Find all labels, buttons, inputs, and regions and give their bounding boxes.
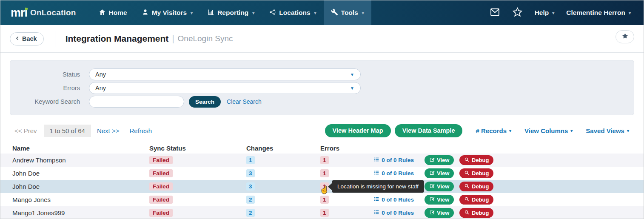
nav-locations[interactable]: Locations ▾ [262, 0, 323, 25]
title-bar: Back Integration Management | OneLogin S… [0, 25, 644, 53]
row-name: Mango1 Jones999 [12, 209, 149, 216]
errors-badge[interactable]: 1 [320, 169, 329, 177]
list-icon [373, 209, 379, 216]
messages-button[interactable] [490, 7, 500, 19]
view-button[interactable]: View [425, 168, 454, 178]
edit-icon [429, 183, 435, 190]
nav-item-label: My Visitors [152, 9, 187, 17]
search-button[interactable]: Search [189, 96, 221, 108]
chevron-down-icon: ▾ [627, 128, 629, 133]
errors-badge[interactable]: 1 [320, 156, 329, 164]
user-menu[interactable]: Clementine Herron ▾ [566, 9, 631, 17]
edit-icon [429, 196, 435, 203]
person-icon [142, 9, 149, 17]
changes-badge[interactable]: 2 [246, 196, 255, 204]
sync-status-badge: Failed [149, 156, 173, 164]
sync-status-badge: Failed [149, 169, 173, 177]
star-outline-icon [512, 7, 523, 19]
help-label: Help [535, 9, 549, 17]
errors-badge[interactable]: 1 [320, 182, 329, 191]
changes-badge[interactable]: 1 [246, 156, 255, 164]
help-menu[interactable]: Help ▾ [535, 9, 555, 17]
errors-select-value: Any [95, 85, 106, 91]
nav-tools[interactable]: Tools ▾ [324, 0, 371, 25]
chevron-down-icon: ▾ [509, 128, 511, 133]
row-name: Mango Jones [12, 196, 149, 203]
chevron-down-icon: ▾ [362, 11, 364, 15]
sync-status-badge: Failed [149, 196, 173, 204]
records-dropdown[interactable]: # Records ▾ [476, 127, 511, 134]
favorite-page-button[interactable] [616, 30, 634, 43]
list-icon [373, 196, 379, 203]
table-row-hovered: John Doe Failed 3 1 0 of 0 Rules View De… [0, 180, 644, 193]
debug-button[interactable]: Debug [459, 195, 493, 205]
nav-reporting[interactable]: Reporting ▾ [200, 0, 262, 25]
row-name: Andrew Thompson [12, 156, 149, 164]
prev-page-button[interactable]: << Prev [14, 127, 37, 134]
status-select[interactable]: Any ▼ [89, 68, 361, 80]
error-tooltip: Location is missing for new staff [332, 180, 424, 193]
view-columns-label: View Columns [524, 127, 568, 134]
view-button[interactable]: View [425, 155, 454, 165]
table-row: John Doe Failed 3 1 0 of 0 Rules View De… [0, 167, 644, 180]
select-caret-icon: ▼ [350, 72, 354, 77]
magnifier-icon [464, 183, 470, 190]
rules-link[interactable]: 0 of 0 Rules [367, 170, 419, 177]
debug-button[interactable]: Debug [459, 168, 493, 178]
view-button[interactable]: View [425, 208, 454, 218]
col-header-errors: Errors [320, 145, 367, 152]
rules-link[interactable]: 0 of 0 Rules [367, 196, 419, 203]
list-icon [373, 170, 379, 177]
view-data-sample-button[interactable]: View Data Sample [395, 124, 463, 137]
rules-link[interactable]: 0 of 0 Rules [367, 209, 419, 216]
keyword-search-input[interactable] [89, 96, 184, 108]
nav-item-label: Tools [341, 9, 358, 17]
errors-select[interactable]: Any ▼ [89, 82, 361, 94]
next-page-button[interactable]: Next >> [97, 127, 120, 134]
col-header-sync-status: Sync Status [149, 145, 246, 152]
rules-link[interactable]: 0 of 0 Rules [367, 156, 419, 164]
col-header-name: Name [12, 145, 149, 152]
chevron-down-icon: ▾ [552, 11, 554, 15]
view-button[interactable]: View [425, 182, 454, 191]
saved-views-dropdown[interactable]: Saved Views ▾ [586, 127, 629, 134]
changes-badge[interactable]: 3 [246, 169, 255, 177]
envelope-icon [490, 7, 500, 19]
table-header-row: Name Sync Status Changes Errors [0, 142, 644, 154]
edit-icon [429, 157, 435, 164]
top-nav: mri OnLocation Home My Visitors ▾ Report… [0, 0, 644, 25]
view-header-map-button[interactable]: View Header Map [325, 124, 391, 137]
row-name: John Doe [12, 170, 149, 177]
clear-search-link[interactable]: Clear Search [227, 98, 262, 105]
changes-badge[interactable]: 2 [246, 209, 255, 217]
tooltip-arrow [328, 183, 332, 190]
view-button[interactable]: View [425, 195, 454, 205]
user-name: Clementine Herron [566, 9, 625, 17]
nav-my-visitors[interactable]: My Visitors ▾ [134, 0, 200, 25]
sync-status-badge: Failed [149, 209, 173, 217]
view-columns-dropdown[interactable]: View Columns ▾ [524, 127, 573, 134]
table-row: Mango1 Jones999 Failed 2 1 0 of 0 Rules … [0, 206, 644, 219]
chevron-down-icon: ▾ [191, 11, 193, 15]
favorites-button[interactable] [512, 7, 523, 19]
magnifier-icon [464, 196, 470, 203]
nav-home[interactable]: Home [91, 0, 134, 25]
refresh-link[interactable]: Refresh [129, 127, 152, 134]
debug-button[interactable]: Debug [459, 155, 493, 165]
errors-badge[interactable]: 1 [320, 209, 329, 217]
back-label: Back [22, 35, 37, 42]
brand-logo[interactable]: mri OnLocation [0, 0, 76, 25]
chevron-down-icon: ▾ [252, 11, 254, 15]
changes-badge[interactable]: 3 [246, 182, 255, 191]
debug-button[interactable]: Debug [459, 208, 493, 218]
debug-button[interactable]: Debug [459, 182, 493, 191]
errors-badge[interactable]: 1 [320, 196, 329, 204]
nav-item-label: Reporting [217, 9, 248, 17]
chevron-left-icon [15, 35, 20, 42]
title-separator: | [172, 34, 174, 44]
tooltip-text: Location is missing for new staff [337, 183, 419, 190]
records-label: # Records [476, 127, 507, 134]
toolbar: View Header Map View Data Sample # Recor… [321, 124, 629, 137]
back-button[interactable]: Back [10, 32, 44, 46]
page-title: Integration Management [66, 34, 169, 44]
